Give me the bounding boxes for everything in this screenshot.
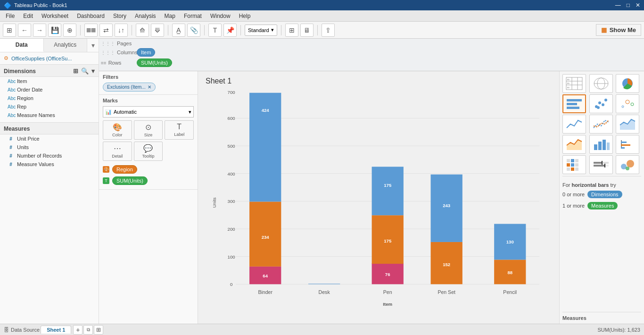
- new-dashboard-btn[interactable]: ⊞: [94, 325, 103, 335]
- new-worksheet-btn[interactable]: ⊞: [3, 24, 16, 37]
- duplicate-sheet-btn[interactable]: ⧉: [83, 325, 93, 335]
- menu-story[interactable]: Story: [109, 12, 130, 20]
- measure-item[interactable]: # Units: [0, 143, 99, 151]
- data-source-btn[interactable]: ⚙ OfficeSupplies (OfficeSu...: [0, 52, 99, 65]
- menu-dashboard[interactable]: Dashboard: [73, 12, 108, 20]
- grid-view-btn[interactable]: ⊞: [285, 24, 298, 37]
- measure-item[interactable]: # Unit Price: [0, 134, 99, 143]
- marks-buttons-grid: 🎨 Color ⊙ Size T Label ⋯: [103, 120, 194, 161]
- menu-map[interactable]: Map: [161, 12, 179, 20]
- tooltip-btn[interactable]: T: [208, 24, 222, 37]
- chart-type-bubble[interactable]: [616, 155, 639, 174]
- sum-units-mark-item[interactable]: T SUM(Units): [103, 175, 194, 186]
- chart-type-scatter2[interactable]: [616, 94, 639, 113]
- size-btn[interactable]: ⊙ Size: [134, 120, 163, 140]
- svg-point-82: [627, 160, 634, 168]
- titlebar-text: Tableau Public - Book1: [14, 2, 67, 8]
- tab-analytics[interactable]: Analytics: [44, 39, 88, 52]
- bar-binder-orange[interactable]: [249, 201, 281, 266]
- attach-btn[interactable]: 📎: [187, 24, 200, 37]
- back-btn[interactable]: ←: [18, 24, 31, 37]
- tab-data[interactable]: Data: [0, 39, 44, 52]
- show-me-panel: AbAbAb: [559, 71, 644, 324]
- chart-type-horizontal-bar[interactable]: [562, 94, 586, 113]
- sort2-btn[interactable]: ⟱: [151, 24, 164, 37]
- window-controls[interactable]: — □ ✕: [615, 2, 640, 8]
- menu-analysis[interactable]: Analysis: [131, 12, 160, 20]
- chart-type-area2[interactable]: [562, 135, 586, 154]
- menu-format[interactable]: Format: [180, 12, 206, 20]
- chart-type-line[interactable]: [562, 115, 586, 134]
- label-btn[interactable]: T Label: [165, 120, 194, 140]
- chart-type-bullet[interactable]: [589, 155, 613, 174]
- minimize-btn[interactable]: —: [615, 2, 621, 8]
- bar-desk-blue[interactable]: [308, 284, 340, 284]
- dim-item[interactable]: Abc Region: [0, 94, 99, 102]
- dimensions-menu-icon[interactable]: ▾: [91, 67, 95, 75]
- filter-remove-icon[interactable]: ✕: [148, 84, 151, 90]
- bar-chart-btn[interactable]: ▦▦: [84, 24, 98, 37]
- dim-name: Measure Names: [17, 112, 55, 118]
- swap-btn[interactable]: ⇄: [99, 24, 113, 37]
- bar-penset-blue[interactable]: [431, 175, 462, 242]
- chart-type-line2[interactable]: [589, 115, 613, 134]
- chart-type-area[interactable]: [616, 115, 639, 134]
- filter-pill[interactable]: Exclusions (Item... ✕: [103, 83, 156, 92]
- sort-asc-btn[interactable]: ⟰: [136, 24, 149, 37]
- item-pill[interactable]: Item: [137, 48, 155, 57]
- menu-edit[interactable]: Edit: [19, 12, 37, 20]
- dim-item[interactable]: Abc Measure Names: [0, 111, 99, 119]
- dim-item[interactable]: Abc Rep: [0, 102, 99, 111]
- share-btn[interactable]: ⇪: [322, 24, 335, 37]
- dim-item[interactable]: Abc Order Date: [0, 85, 99, 94]
- chart-type-map[interactable]: [589, 74, 613, 93]
- menu-help[interactable]: Help: [235, 12, 255, 20]
- tooltip-icon: 💬: [143, 144, 153, 153]
- svg-rect-73: [571, 168, 574, 171]
- sort-desc-btn[interactable]: ↓↑: [115, 24, 128, 37]
- sum-units-mark-pill[interactable]: SUM(Units): [112, 176, 148, 185]
- chart-type-gantt[interactable]: [616, 135, 639, 154]
- region-mark-item[interactable]: 🎨 Region: [103, 164, 194, 175]
- region-color-swatch: 🎨: [103, 166, 109, 173]
- chart-type-text-table[interactable]: AbAbAb: [562, 74, 586, 93]
- add-datasource-btn[interactable]: ⊕: [63, 24, 76, 37]
- show-me-button[interactable]: ▦ Show Me: [596, 24, 641, 36]
- close-btn[interactable]: ✕: [636, 2, 640, 8]
- chart-type-grid2[interactable]: [562, 155, 586, 174]
- menu-window[interactable]: Window: [206, 12, 234, 20]
- dim-item[interactable]: Abc Item: [0, 77, 99, 85]
- region-mark-pill[interactable]: Region: [112, 165, 137, 174]
- save-btn[interactable]: 💾: [48, 24, 61, 37]
- chart-type-scatter[interactable]: [589, 94, 613, 113]
- detail-btn[interactable]: ⋯ Detail: [103, 142, 132, 161]
- measures-tag[interactable]: Measures: [587, 202, 618, 209]
- highlight-btn[interactable]: A̲: [172, 24, 185, 37]
- new-sheet-btn[interactable]: +: [73, 325, 83, 335]
- measure-item[interactable]: # Measure Values: [0, 160, 99, 168]
- svg-text:Ab: Ab: [567, 78, 570, 81]
- sum-units-pill[interactable]: SUM(Units): [137, 59, 172, 67]
- monitor-btn[interactable]: 🖥: [300, 24, 314, 37]
- chart-type-pie[interactable]: [616, 74, 639, 93]
- menu-worksheet[interactable]: Worksheet: [38, 12, 72, 20]
- svg-rect-65: [621, 147, 625, 149]
- tooltip-btn[interactable]: 💬 Tooltip: [134, 142, 163, 161]
- chart-type-bar[interactable]: [589, 135, 613, 154]
- bar-pen-blue[interactable]: [372, 167, 404, 215]
- dimensions-search-icon[interactable]: 🔍: [81, 67, 89, 75]
- maximize-btn[interactable]: □: [627, 2, 630, 8]
- forward-btn[interactable]: →: [33, 24, 46, 37]
- data-source-tab[interactable]: 🗄 Data Source: [4, 327, 40, 333]
- marks-type-dropdown[interactable]: 📊 Automatic ▾: [103, 106, 194, 117]
- color-btn[interactable]: 🎨 Color: [103, 120, 132, 140]
- pin-btn[interactable]: 📌: [223, 24, 237, 37]
- standard-dropdown[interactable]: Standard ▾: [245, 25, 277, 36]
- measure-item[interactable]: # Number of Records: [0, 151, 99, 160]
- dimensions-grid-icon[interactable]: ⊞: [73, 67, 78, 75]
- sheet1-tab[interactable]: Sheet 1: [41, 326, 71, 334]
- bar-icon: 📊: [105, 109, 112, 115]
- panel-menu-btn[interactable]: ▾: [87, 39, 99, 52]
- menu-file[interactable]: File: [2, 12, 18, 20]
- dimensions-tag[interactable]: Dimensions: [587, 191, 622, 198]
